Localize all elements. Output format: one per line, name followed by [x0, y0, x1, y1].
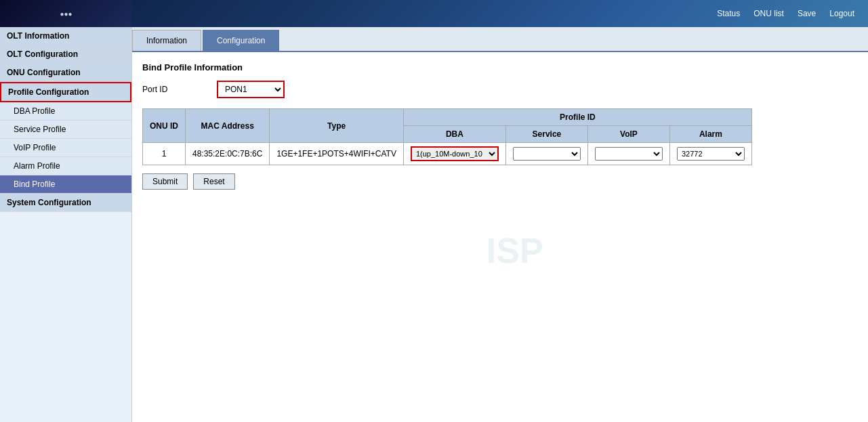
col-mac-address: MAC Address — [186, 109, 270, 143]
sidebar-item-dba-profile[interactable]: DBA Profile — [0, 102, 131, 121]
tab-information[interactable]: Information — [132, 30, 201, 51]
sidebar-item-system-configuration[interactable]: System Configuration — [0, 194, 131, 212]
sidebar-item-bind-profile[interactable]: Bind Profile — [0, 175, 131, 194]
sidebar-item-olt-configuration[interactable]: OLT Configuration — [0, 45, 131, 64]
cell-type: 1GE+1FE+1POTS+4WIFI+CATV — [270, 143, 404, 165]
sidebar-item-voip-profile[interactable]: VoIP Profile — [0, 139, 131, 157]
port-id-select[interactable]: PON1 PON2 PON3 PON4 PON5 PON6 PON7 PON8 — [217, 81, 285, 98]
layout: OLT Information OLT Configuration ONU Co… — [0, 27, 868, 422]
status-link[interactable]: Status — [717, 9, 740, 18]
col-alarm: Alarm — [669, 126, 751, 143]
submit-button[interactable]: Submit — [142, 173, 188, 190]
tab-configuration[interactable]: Configuration — [203, 30, 279, 51]
sidebar-item-service-profile[interactable]: Service Profile — [0, 121, 131, 139]
cell-mac-address: 48:35:2E:0C:7B:6C — [186, 143, 270, 165]
nav-links: Status ONU list Save Logout — [717, 9, 854, 18]
sidebar-item-onu-configuration[interactable]: ONU Configuration — [0, 64, 131, 82]
port-id-label: Port ID — [142, 85, 210, 94]
col-onu-id: ONU ID — [143, 109, 186, 143]
top-header: ●●● Status ONU list Save Logout — [0, 0, 868, 27]
sidebar-item-alarm-profile[interactable]: Alarm Profile — [0, 157, 131, 175]
cell-service[interactable] — [505, 143, 587, 165]
save-link[interactable]: Save — [798, 9, 816, 18]
page-title: Bind Profile Information — [142, 62, 858, 72]
cell-onu-id: 1 — [143, 143, 186, 165]
cell-alarm[interactable]: 32772 — [669, 143, 751, 165]
cell-voip[interactable] — [587, 143, 669, 165]
table-row: 1 48:35:2E:0C:7B:6C 1GE+1FE+1POTS+4WIFI+… — [143, 143, 752, 165]
actions: Submit Reset — [142, 173, 858, 190]
service-select[interactable] — [513, 147, 581, 161]
alarm-select[interactable]: 32772 — [677, 147, 745, 161]
voip-select[interactable] — [595, 147, 663, 161]
col-service: Service — [505, 126, 587, 143]
logout-link[interactable]: Logout — [829, 9, 854, 18]
page-content: Bind Profile Information Port ID PON1 PO… — [132, 52, 868, 422]
sidebar-item-olt-information[interactable]: OLT Information — [0, 27, 131, 45]
dba-select[interactable]: 1(up_10M-down_10 — [411, 146, 499, 161]
col-profile-id: Profile ID — [403, 109, 751, 126]
logo-area: ●●● — [0, 0, 132, 27]
sidebar: OLT Information OLT Configuration ONU Co… — [0, 27, 132, 422]
port-id-row: Port ID PON1 PON2 PON3 PON4 PON5 PON6 PO… — [142, 81, 858, 98]
onu-list-link[interactable]: ONU list — [753, 9, 784, 18]
col-voip: VoIP — [587, 126, 669, 143]
profile-table: ONU ID MAC Address Type Profile ID DBA S… — [142, 108, 752, 165]
logo-text: ●●● — [60, 10, 72, 18]
main-content: Information Configuration Bind Profile I… — [132, 27, 868, 422]
watermark: ISP — [142, 230, 858, 271]
cell-dba[interactable]: 1(up_10M-down_10 — [403, 143, 505, 165]
col-dba: DBA — [403, 126, 505, 143]
sidebar-item-profile-configuration[interactable]: Profile Configuration — [0, 82, 131, 102]
reset-button[interactable]: Reset — [193, 173, 234, 190]
tabs: Information Configuration — [132, 27, 868, 52]
col-type: Type — [270, 109, 404, 143]
